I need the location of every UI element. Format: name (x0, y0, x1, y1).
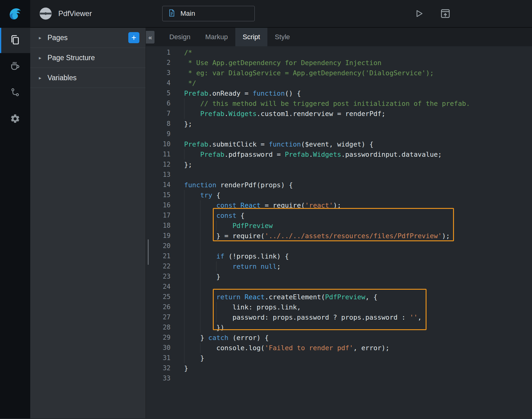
code-line-1[interactable]: 1/* (146, 48, 532, 58)
code-line-9[interactable]: 9 (146, 129, 532, 139)
tab-script[interactable]: Script (235, 28, 267, 46)
app-icon[interactable] (39, 6, 53, 21)
code-line-8[interactable]: 8}; (146, 119, 532, 129)
indent-guide (200, 292, 200, 302)
code-line-13[interactable]: 13 (146, 170, 532, 180)
indent-guide (200, 343, 200, 353)
tab-design[interactable]: Design (162, 28, 198, 46)
rail-item-java-services[interactable] (0, 53, 30, 80)
code-line-10[interactable]: 10Prefab.submitClick = function($event, … (146, 139, 532, 149)
sidebar-section-page-structure[interactable]: ▸ Page Structure (30, 48, 146, 68)
indent-guide (184, 149, 184, 160)
code-line-15[interactable]: 15 try { (146, 190, 532, 200)
sidebar-section-label: Page Structure (47, 54, 139, 62)
tab-style[interactable]: Style (267, 28, 297, 46)
code-line-14[interactable]: 14function renderPdf(props) { (146, 180, 532, 190)
line-number: 8 (146, 119, 171, 129)
sidebar-section-variables[interactable]: ▸ Variables (30, 68, 146, 88)
code-line-16[interactable]: 16 const React = require('react'); (146, 200, 532, 210)
code-line-18[interactable]: 18 PdfPreview (146, 221, 532, 231)
code-line-11[interactable]: 11 Prefab.pdfpassword = Prefab.Widgets.p… (146, 149, 532, 160)
pages-icon (10, 34, 21, 47)
code-line-19[interactable]: 19 } = require('../../../assets/resource… (146, 231, 532, 241)
code-lines: 1/*2 * Use App.getDependency for Depende… (146, 48, 532, 384)
code-line-3[interactable]: 3 * eg: var DialogService = App.getDepen… (146, 68, 532, 78)
code-line-33[interactable]: 33 (146, 373, 532, 384)
line-number: 7 (146, 109, 171, 119)
line-number: 2 (146, 58, 171, 68)
indent-guide (184, 200, 184, 210)
code-line-25[interactable]: 25 return React.createElement(PdfPreview… (146, 292, 532, 302)
rail-item-bindings[interactable] (0, 80, 30, 106)
code-line-27[interactable]: 27 password: props.password ? props.pass… (146, 312, 532, 322)
gear-icon (10, 114, 20, 125)
code-line-22[interactable]: 22 return null; (146, 261, 532, 272)
line-number: 16 (146, 200, 171, 210)
indent-guide (200, 241, 200, 251)
code-line-4[interactable]: 4 */ (146, 78, 532, 88)
indent-guide (184, 98, 184, 109)
code-line-30[interactable]: 30 console.log('Failed to render pdf', e… (146, 343, 532, 353)
sidebar: ▸ Pages + ▸ Page Structure ▸ Variables (30, 28, 146, 418)
code-line-32[interactable]: 32} (146, 363, 532, 373)
indent-guide (184, 322, 184, 333)
indent-guide (216, 312, 217, 322)
indent-guide (200, 251, 200, 261)
code-line-17[interactable]: 17 const { (146, 210, 532, 221)
indent-guide (200, 261, 200, 272)
page-selector[interactable]: Main (162, 6, 255, 21)
code-line-28[interactable]: 28 }) (146, 322, 532, 333)
node-link-icon (10, 87, 20, 98)
code-line-29[interactable]: 29 } catch (error) { (146, 333, 532, 343)
code-line-24[interactable]: 24 (146, 282, 532, 292)
line-number: 32 (146, 363, 171, 373)
line-number: 9 (146, 129, 171, 139)
collapse-chevrons-icon: « (148, 34, 152, 41)
tab-markup[interactable]: Markup (198, 28, 235, 46)
code-line-2[interactable]: 2 * Use App.getDependency for Dependency… (146, 58, 532, 68)
sidebar-section-pages[interactable]: ▸ Pages + (30, 28, 146, 48)
line-number: 14 (146, 180, 171, 190)
code-line-12[interactable]: 12}; (146, 160, 532, 170)
scrollbar-thumb[interactable] (148, 239, 149, 265)
line-number: 4 (146, 78, 171, 88)
header-actions (413, 8, 451, 19)
code-line-31[interactable]: 31 } (146, 353, 532, 363)
document-icon (167, 9, 176, 19)
indent-guide (200, 272, 200, 282)
code-line-20[interactable]: 20 (146, 241, 532, 251)
brand-logo[interactable] (0, 0, 30, 27)
activity-bar (0, 28, 30, 418)
indent-guide (200, 200, 200, 210)
rail-item-settings[interactable] (0, 106, 30, 133)
indent-guide (184, 333, 184, 343)
rail-item-pages[interactable] (0, 28, 30, 53)
code-line-5[interactable]: 5Prefab.onReady = function() { (146, 88, 532, 98)
preview-button[interactable] (439, 8, 451, 19)
indent-guide (184, 282, 184, 292)
indent-guide (184, 190, 184, 200)
add-page-button[interactable]: + (128, 32, 139, 43)
code-line-21[interactable]: 21 if (!props.link) { (146, 251, 532, 261)
line-number: 10 (146, 139, 171, 149)
wave-logo-icon (6, 4, 24, 23)
indent-guide (200, 231, 200, 241)
collapse-panel-button[interactable]: « (146, 31, 155, 44)
line-number: 29 (146, 333, 171, 343)
code-line-6[interactable]: 6 // this method will be triggered post … (146, 98, 532, 109)
line-number: 20 (146, 241, 171, 251)
top-bar: PdfViewer Main (0, 0, 532, 28)
indent-guide (184, 312, 184, 322)
caret-right-icon: ▸ (39, 75, 43, 81)
code-line-7[interactable]: 7 Prefab.Widgets.custom1.renderview = re… (146, 109, 532, 119)
line-number: 27 (146, 312, 171, 322)
line-number: 28 (146, 322, 171, 333)
line-number: 1 (146, 48, 171, 58)
run-button[interactable] (413, 8, 425, 19)
code-line-23[interactable]: 23 } (146, 272, 532, 282)
caret-right-icon: ▸ (39, 55, 43, 61)
code-line-26[interactable]: 26 link: props.link, (146, 302, 532, 312)
line-number: 6 (146, 98, 171, 109)
indent-guide (184, 261, 184, 272)
line-number: 33 (146, 373, 171, 384)
